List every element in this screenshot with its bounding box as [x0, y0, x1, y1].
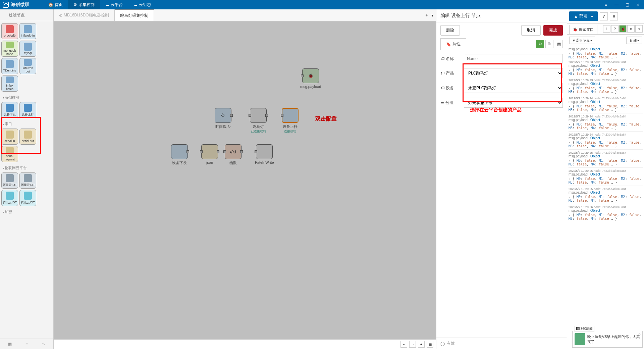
flow-node-runlight[interactable]: 跑马灯	[253, 124, 264, 129]
palette-node-device-uplink[interactable]: 设备上行	[19, 102, 36, 118]
palette-node-aliyun-iot-2[interactable]: 阿里云IOT	[19, 172, 36, 189]
edit-panel-title: 编辑 设备上行 节点	[436, 9, 567, 22]
palette-collapse-icon[interactable]: ⤡	[40, 340, 47, 348]
node-edit-panel: 编辑 设备上行 节点 删除 取消 完成 🔖 属性 ⚙ 🗎 ▤ 🏷名称	[436, 9, 567, 349]
canvas-map-button[interactable]: ▦	[427, 341, 433, 348]
zoom-out-button[interactable]: −	[400, 341, 407, 348]
nav-acquisition[interactable]: ⚙ 采集控制	[68, 0, 100, 10]
zoom-in-button[interactable]: +	[418, 341, 425, 348]
zoom-reset-button[interactable]: ○	[409, 341, 416, 348]
done-button[interactable]: 完成	[543, 25, 563, 36]
palette-node-serial-out[interactable]: serial out	[19, 129, 36, 145]
palette-node-mongodb[interactable]: mongodb node	[1, 41, 18, 57]
palette-node-device-downlink[interactable]: 设备下发	[1, 102, 18, 118]
window-close-icon[interactable]: ✕	[635, 1, 641, 8]
flow-node-json[interactable]: json	[206, 160, 213, 164]
deploy-button[interactable]: ▲ 部署 ▾	[569, 11, 598, 21]
palette-node-tencent-iot-1[interactable]: 腾讯云IOT	[1, 190, 18, 206]
bug-icon: 🐞	[308, 73, 313, 78]
window-minimize-icon[interactable]: —	[613, 1, 620, 8]
add-flow-tab-icon[interactable]: ＋	[425, 12, 429, 18]
palette-node-influxdb-in[interactable]: influxdb in	[19, 23, 36, 39]
edit-tab-properties[interactable]: 🔖 属性	[440, 38, 466, 50]
enabled-toggle-icon[interactable]: ◯	[440, 341, 445, 346]
palette-node-mysql[interactable]: mysql	[19, 41, 36, 57]
tag-icon: 🏷	[440, 86, 444, 90]
list-icon: ☰	[440, 100, 444, 105]
window-menu-icon[interactable]: ≡	[602, 1, 609, 8]
nav-scada[interactable]: ☁ 云组态	[128, 0, 156, 10]
flow-node-function[interactable]: 函数	[229, 160, 237, 165]
flow-tab-disabled[interactable]: ⊘ MB16DI16DO继电器控制	[54, 9, 115, 21]
top-nav: 🏠 首页 ⚙ 采集控制 ☁ 云平台 ☁ 云组态	[43, 0, 156, 10]
debug-active-icon[interactable]: 🐞	[619, 25, 627, 33]
debug-sidebar: ▲ 部署 ▾ ? ≡ 🐞 调试窗口 i ? 🐞 ⚙ ▾ ▼ 所有节点 ▾ 🗑 a…	[567, 9, 644, 349]
palette-category-haichuang[interactable]: 海创微联	[1, 93, 52, 102]
app-title: 海创微联	[11, 2, 30, 8]
news-title: 晚上睡觉VS早上起床的你，太真实了	[587, 334, 640, 344]
news-thumbnail	[575, 333, 585, 345]
palette-category-crypto[interactable]: 加密	[1, 207, 52, 216]
config-tab-icon[interactable]: ⚙	[627, 25, 635, 33]
help-icon[interactable]: ?	[600, 12, 608, 20]
product-select[interactable]: PLC跑马灯	[464, 68, 563, 78]
palette-node-aliyun-iot-1[interactable]: 阿里云IOT	[1, 172, 18, 189]
info-tab-icon[interactable]: i	[603, 25, 610, 33]
delete-button[interactable]: 删除	[440, 25, 460, 36]
palette-node-tencent-iot-2[interactable]: 腾讯云IOT	[19, 190, 36, 206]
flow-tabs-menu-icon[interactable]: ▾	[431, 13, 433, 18]
flow-node-downlink[interactable]: 设备下发	[172, 160, 187, 165]
flow-canvas[interactable]: ⏱时间戳 ↻ 跑马灯已连接成功 设备上行连接成功 🐞msg.payload 设备…	[54, 21, 436, 339]
palette-category-serial[interactable]: 串口	[1, 119, 52, 129]
palette-category-iot-cloud[interactable]: 物联网云平台	[1, 163, 52, 172]
timer-icon: ⏱	[221, 113, 225, 118]
flow-node-debug[interactable]: msg.payload	[300, 85, 321, 89]
app-logo-icon	[3, 2, 9, 8]
node-palette: oracledb influxdb in mongodb node mysql …	[0, 9, 54, 349]
palette-grid-view-icon[interactable]: ▦	[6, 340, 13, 348]
palette-node-tdengine[interactable]: TDengine	[1, 58, 18, 74]
device-select[interactable]: 永宏PLC跑马灯	[464, 83, 563, 93]
palette-node-influxdb-out[interactable]: influxdb out	[19, 58, 36, 74]
name-input[interactable]	[464, 54, 563, 63]
news-close-icon[interactable]: ✕	[638, 332, 641, 336]
palette-node-serial-in[interactable]: serial in	[1, 129, 18, 145]
debug-log[interactable]: msg.payload : Object▸ { M0: false, M1: f…	[567, 46, 644, 349]
palette-list-view-icon[interactable]: ≡	[23, 340, 30, 348]
edit-doc-icon[interactable]: 🗎	[545, 40, 553, 48]
flow-tab-active[interactable]: 跑马灯采集控制	[115, 9, 154, 21]
news-popup[interactable]: ✕ 🅽 360新闻 晚上睡觉VS早上起床的你，太真实了	[572, 331, 643, 348]
enabled-label: 有效	[447, 341, 455, 346]
nav-home[interactable]: 🏠 首页	[43, 0, 68, 10]
flow-node-uplink[interactable]: 设备上行	[283, 124, 298, 129]
group-select[interactable]: 灯光状态上报	[464, 98, 563, 108]
debug-tab[interactable]: 🐞 调试窗口	[569, 25, 597, 34]
edit-appearance-icon[interactable]: ▤	[555, 40, 563, 48]
annotation-select-product: 选择在云平台创建的产品	[470, 107, 522, 113]
edit-settings-icon[interactable]: ⚙	[536, 40, 544, 48]
flow-node-timer[interactable]: 时间戳 ↻	[215, 124, 230, 129]
window-maximize-icon[interactable]: ▢	[624, 1, 631, 8]
more-tab-icon[interactable]: ▾	[635, 25, 643, 33]
titlebar: 海创微联 🏠 首页 ⚙ 采集控制 ☁ 云平台 ☁ 云组态 ≡ — ▢ ✕	[0, 0, 644, 9]
flow-node-fatek-write[interactable]: Fatek-Write	[255, 160, 274, 164]
filter-clear-button[interactable]: 🗑 all ▾	[626, 37, 642, 44]
palette-node-serial-request[interactable]: serial request	[1, 146, 18, 162]
nav-cloud[interactable]: ☁ 云平台	[100, 0, 128, 10]
annotation-doubleclick: 双击配置	[315, 115, 337, 122]
help-tab-icon[interactable]: ?	[611, 25, 619, 33]
palette-node-oracledb[interactable]: oracledb	[1, 23, 18, 39]
cancel-button[interactable]: 取消	[521, 25, 541, 36]
tag-icon: 🏷	[440, 56, 444, 61]
filter-nodes-button[interactable]: ▼ 所有节点 ▾	[569, 37, 595, 44]
palette-search-input[interactable]	[2, 11, 51, 19]
menu-icon[interactable]: ≡	[610, 12, 618, 20]
workspace: ⊘ MB16DI16DO继电器控制 跑马灯采集控制 ＋ ▾ ⏱时间戳 ↻ 跑马灯	[54, 9, 436, 349]
palette-node-influx-batch[interactable]: influx batch	[1, 76, 18, 92]
tag-icon: 🏷	[440, 71, 444, 76]
